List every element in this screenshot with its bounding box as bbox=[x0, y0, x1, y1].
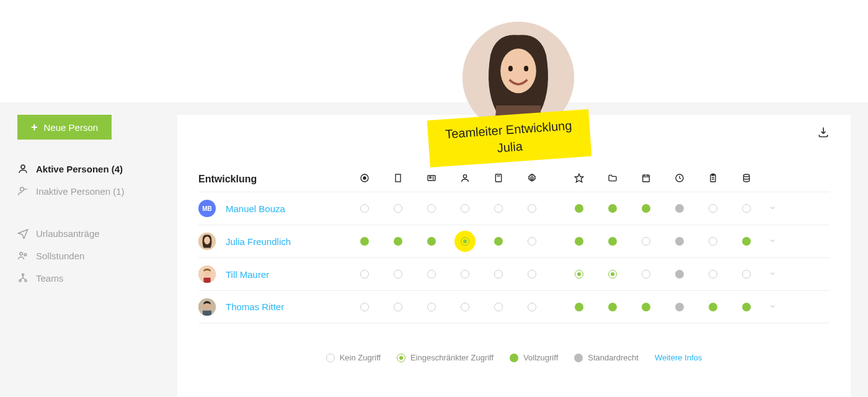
legend: Kein Zugriff Eingeschränkter Zugriff Vol… bbox=[198, 353, 830, 362]
permission-dot[interactable] bbox=[360, 302, 370, 312]
permission-dot[interactable] bbox=[742, 203, 751, 213]
permission-dot[interactable] bbox=[574, 302, 584, 312]
download-icon[interactable] bbox=[817, 126, 830, 141]
permission-dot[interactable] bbox=[494, 203, 503, 213]
permission-dot[interactable] bbox=[393, 203, 403, 213]
permission-dot[interactable] bbox=[460, 203, 470, 213]
legend-full: Vollzugriff bbox=[510, 353, 558, 362]
star-icon bbox=[574, 173, 584, 185]
permission-dot[interactable] bbox=[527, 269, 537, 279]
permission-dot[interactable] bbox=[393, 269, 403, 279]
sidebar-item-inactive-persons[interactable]: Inaktive Personen (1) bbox=[17, 185, 160, 197]
legend-default: Standardrecht bbox=[574, 353, 639, 362]
svg-marker-35 bbox=[575, 174, 583, 182]
permission-dot[interactable] bbox=[608, 203, 618, 213]
permission-dot[interactable] bbox=[460, 302, 470, 312]
permission-dot[interactable] bbox=[608, 302, 618, 312]
permission-dot[interactable] bbox=[742, 236, 751, 246]
clipboard-icon bbox=[708, 173, 718, 185]
avatar[interactable] bbox=[198, 298, 216, 316]
group-title: Entwicklung bbox=[198, 174, 360, 185]
svg-point-12 bbox=[524, 66, 528, 71]
sidebar-item-active-persons[interactable]: Aktive Personen (4) bbox=[17, 163, 160, 174]
permission-dot[interactable] bbox=[742, 269, 751, 279]
calendar-icon bbox=[641, 173, 651, 185]
permission-dot[interactable] bbox=[708, 203, 718, 213]
org-icon bbox=[17, 272, 29, 283]
permission-dot[interactable] bbox=[708, 302, 718, 312]
calc-icon bbox=[494, 173, 503, 185]
avatar[interactable] bbox=[198, 233, 216, 250]
svg-point-11 bbox=[508, 66, 513, 71]
permission-dot[interactable] bbox=[574, 203, 584, 213]
chevron-down-icon[interactable] bbox=[769, 236, 776, 247]
building-icon bbox=[393, 173, 403, 185]
chevron-down-icon[interactable] bbox=[769, 203, 776, 214]
permission-dot[interactable] bbox=[742, 302, 751, 312]
person-name-link[interactable]: Thomas Ritter bbox=[226, 301, 284, 312]
permission-dot[interactable] bbox=[641, 236, 651, 246]
person-icon bbox=[460, 173, 470, 185]
svg-point-24 bbox=[430, 177, 432, 179]
permission-dot[interactable] bbox=[608, 236, 618, 246]
permission-dot[interactable] bbox=[427, 203, 436, 213]
svg-point-3 bbox=[20, 252, 23, 256]
permission-dot[interactable] bbox=[574, 269, 584, 279]
permission-dot[interactable] bbox=[708, 269, 718, 279]
permission-dot[interactable] bbox=[460, 236, 470, 246]
plus-icon: + bbox=[31, 122, 38, 133]
chevron-down-icon[interactable] bbox=[769, 301, 776, 313]
person-name-link[interactable]: Julia Freundlich bbox=[226, 236, 291, 247]
chevron-down-icon[interactable] bbox=[769, 269, 776, 280]
callout-label: Teamleiter Entwicklung Julia bbox=[427, 109, 591, 167]
person-name-link[interactable]: Manuel Bouza bbox=[226, 203, 285, 214]
permission-dot[interactable] bbox=[675, 302, 684, 312]
permission-dot[interactable] bbox=[708, 236, 718, 246]
avatar[interactable] bbox=[198, 265, 216, 283]
people-icon bbox=[17, 250, 29, 261]
permission-dot[interactable] bbox=[494, 269, 503, 279]
permission-dot[interactable] bbox=[527, 236, 537, 246]
svg-point-15 bbox=[363, 177, 366, 179]
svg-point-27 bbox=[463, 175, 466, 178]
new-person-button[interactable]: + Neue Person bbox=[17, 115, 112, 140]
table-row: Thomas Ritter bbox=[198, 290, 830, 323]
permission-dot[interactable] bbox=[494, 236, 503, 246]
permission-dot[interactable] bbox=[427, 302, 436, 312]
permission-dot[interactable] bbox=[360, 203, 370, 213]
permission-dot[interactable] bbox=[427, 269, 436, 279]
person-off-icon bbox=[17, 185, 29, 197]
permission-dot[interactable] bbox=[641, 302, 651, 312]
permission-dot[interactable] bbox=[641, 269, 651, 279]
sidebar-item-hours[interactable]: Sollstunden bbox=[17, 250, 160, 261]
permission-dot[interactable] bbox=[574, 236, 584, 246]
svg-point-47 bbox=[204, 236, 210, 244]
permission-dot[interactable] bbox=[393, 302, 403, 312]
permission-dot[interactable] bbox=[675, 203, 684, 213]
permission-dot[interactable] bbox=[608, 269, 618, 279]
legend-more-link[interactable]: Weitere Infos bbox=[655, 353, 702, 362]
permission-dot[interactable] bbox=[494, 302, 503, 312]
permission-dot[interactable] bbox=[360, 236, 370, 246]
person-icon bbox=[17, 163, 29, 174]
permission-dot[interactable] bbox=[527, 302, 537, 312]
folder-icon bbox=[608, 173, 618, 185]
permission-dot[interactable] bbox=[641, 203, 651, 213]
clock-icon bbox=[675, 173, 684, 185]
permission-dot[interactable] bbox=[360, 269, 370, 279]
sidebar-item-teams[interactable]: Teams bbox=[17, 272, 160, 283]
avatar[interactable]: MB bbox=[198, 200, 216, 217]
permission-dot[interactable] bbox=[427, 236, 436, 246]
permission-dot[interactable] bbox=[675, 236, 684, 246]
sidebar-item-vacation[interactable]: Urlaubsanträge bbox=[17, 228, 160, 239]
svg-rect-36 bbox=[643, 175, 650, 182]
svg-rect-50 bbox=[203, 278, 210, 283]
svg-point-10 bbox=[500, 48, 536, 93]
permission-dot[interactable] bbox=[675, 269, 684, 279]
svg-point-4 bbox=[24, 254, 27, 256]
svg-rect-53 bbox=[203, 310, 211, 315]
permission-dot[interactable] bbox=[460, 269, 470, 279]
permission-dot[interactable] bbox=[393, 236, 403, 246]
person-name-link[interactable]: Till Maurer bbox=[226, 269, 269, 280]
permission-dot[interactable] bbox=[527, 203, 537, 213]
